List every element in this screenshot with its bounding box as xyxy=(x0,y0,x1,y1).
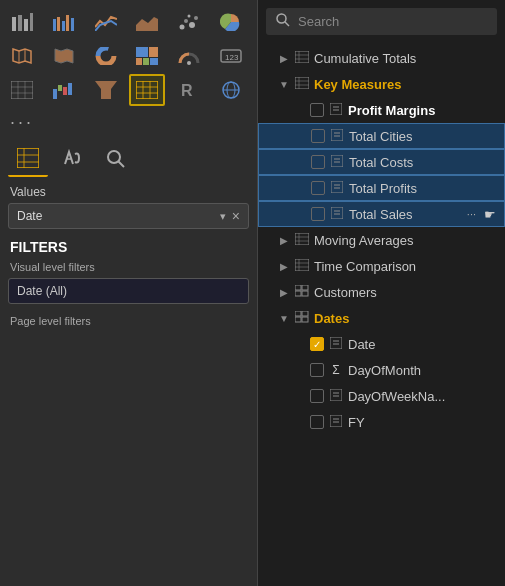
tree-item-dayofmonth[interactable]: Σ DayOfMonth xyxy=(258,357,505,383)
svg-rect-38 xyxy=(136,81,158,99)
checkbox-total-sales[interactable] xyxy=(311,207,325,221)
svg-rect-92 xyxy=(302,311,308,316)
tree-item-profit-margins[interactable]: Profit Margins xyxy=(258,97,505,123)
svg-rect-89 xyxy=(295,291,301,296)
svg-rect-79 xyxy=(295,233,309,245)
checkbox-profit-margins[interactable] xyxy=(310,103,324,117)
svg-rect-64 xyxy=(330,103,342,115)
svg-rect-94 xyxy=(302,317,308,322)
grid-icon-customers xyxy=(294,284,310,300)
tree-item-fy[interactable]: FY xyxy=(258,409,505,435)
svg-rect-1 xyxy=(18,15,22,31)
svg-rect-21 xyxy=(149,47,158,57)
area-chart-icon[interactable] xyxy=(129,6,165,38)
tab-analytics[interactable] xyxy=(96,141,136,177)
table-icon-moving-avg xyxy=(294,233,310,248)
checkbox-total-cities[interactable] xyxy=(311,129,325,143)
more-visuals-dots[interactable]: ··· xyxy=(4,110,253,135)
svg-point-12 xyxy=(189,22,195,28)
left-panel: 123 R ··· Val xyxy=(0,0,258,586)
svg-point-19 xyxy=(101,51,111,61)
line-chart-icon[interactable] xyxy=(88,6,124,38)
checkbox-date[interactable]: ✓ xyxy=(310,337,324,351)
donut-chart-icon[interactable] xyxy=(88,40,124,72)
tree-item-customers[interactable]: ▶ Customers xyxy=(258,279,505,305)
table-icon[interactable] xyxy=(129,74,165,106)
svg-point-25 xyxy=(187,61,191,65)
tree-item-dayofweekna[interactable]: DayOfWeekNa... xyxy=(258,383,505,409)
treemap-icon[interactable] xyxy=(129,40,165,72)
svg-rect-83 xyxy=(295,259,309,271)
scatter-plot-icon[interactable] xyxy=(171,6,207,38)
checkbox-fy[interactable] xyxy=(310,415,324,429)
tree-item-moving-averages[interactable]: ▶ Moving Averages xyxy=(258,227,505,253)
tree-item-cumulative-totals[interactable]: ▶ Cumulative Totals xyxy=(258,45,505,71)
svg-text:R: R xyxy=(181,82,193,99)
more-options-dots: ··· xyxy=(467,208,476,220)
visual-filters-label: Visual level filters xyxy=(4,259,253,275)
svg-rect-93 xyxy=(295,317,301,322)
svg-rect-88 xyxy=(302,285,308,290)
calc-icon-profit-margins xyxy=(328,103,344,118)
values-label: Values xyxy=(4,181,253,201)
search-bar xyxy=(266,8,497,35)
tree-item-time-comparison[interactable]: ▶ Time Comparison xyxy=(258,253,505,279)
calc-icon-total-sales xyxy=(329,207,345,222)
checkbox-total-costs[interactable] xyxy=(311,155,325,169)
tab-format[interactable] xyxy=(52,141,92,177)
expand-arrow-customers: ▶ xyxy=(278,287,290,298)
clustered-bar-icon[interactable] xyxy=(46,6,82,38)
tree-item-key-measures[interactable]: ▼ Key Measures xyxy=(258,71,505,97)
svg-rect-98 xyxy=(330,389,342,401)
calc-icon-total-profits xyxy=(329,181,345,196)
svg-marker-9 xyxy=(136,17,158,31)
stacked-bar-icon[interactable] xyxy=(4,6,40,38)
svg-line-55 xyxy=(285,22,289,26)
r-visual-icon[interactable]: R xyxy=(171,74,207,106)
gauge-icon[interactable] xyxy=(171,40,207,72)
expand-arrow-moving-avg: ▶ xyxy=(278,235,290,246)
expand-arrow-cumulative: ▶ xyxy=(278,53,290,64)
globe-icon[interactable] xyxy=(213,74,249,106)
svg-rect-90 xyxy=(302,291,308,296)
svg-rect-23 xyxy=(143,58,149,65)
svg-rect-87 xyxy=(295,285,301,290)
tree-item-date[interactable]: ✓ Date xyxy=(258,331,505,357)
tree-label-total-profits: Total Profits xyxy=(349,181,496,196)
filter-pill-text: Date (All) xyxy=(17,284,67,298)
waterfall-icon[interactable] xyxy=(46,74,82,106)
svg-rect-35 xyxy=(63,87,67,95)
tree-label-customers: Customers xyxy=(314,285,497,300)
svg-rect-70 xyxy=(331,155,343,167)
funnel-icon[interactable] xyxy=(88,74,124,106)
date-all-filter-pill[interactable]: Date (All) xyxy=(8,278,249,304)
tree-label-date: Date xyxy=(348,337,497,352)
matrix-icon[interactable] xyxy=(4,74,40,106)
tree-item-total-sales[interactable]: Total Sales ··· ☛ xyxy=(258,201,505,227)
field-close-icon[interactable]: × xyxy=(232,208,240,224)
checkbox-dayofweekna[interactable] xyxy=(310,389,324,403)
svg-rect-24 xyxy=(150,58,158,65)
tree-label-profit-margins: Profit Margins xyxy=(348,103,497,118)
tree-item-total-cities[interactable]: Total Cities xyxy=(258,123,505,149)
svg-line-53 xyxy=(118,161,124,167)
svg-rect-6 xyxy=(62,21,65,31)
checkbox-dayofmonth[interactable] xyxy=(310,363,324,377)
map-icon[interactable] xyxy=(4,40,40,72)
date-field-pill[interactable]: Date ▾ × xyxy=(8,203,249,229)
search-icon xyxy=(276,13,290,30)
filled-map-icon[interactable] xyxy=(46,40,82,72)
svg-rect-2 xyxy=(24,19,28,31)
card-icon[interactable]: 123 xyxy=(213,40,249,72)
search-input[interactable] xyxy=(298,14,487,29)
right-panel: ▶ Cumulative Totals ▼ Key Measures Profi… xyxy=(258,0,505,586)
svg-point-54 xyxy=(277,14,286,23)
checkbox-total-profits[interactable] xyxy=(311,181,325,195)
field-dropdown-icon[interactable]: ▾ xyxy=(220,210,226,223)
tree-item-total-profits[interactable]: Total Profits xyxy=(258,175,505,201)
tree-item-dates[interactable]: ▼ Dates xyxy=(258,305,505,331)
svg-rect-56 xyxy=(295,51,309,63)
tree-item-total-costs[interactable]: Total Costs xyxy=(258,149,505,175)
pie-chart-icon[interactable] xyxy=(213,6,249,38)
tab-fields[interactable] xyxy=(8,141,48,177)
